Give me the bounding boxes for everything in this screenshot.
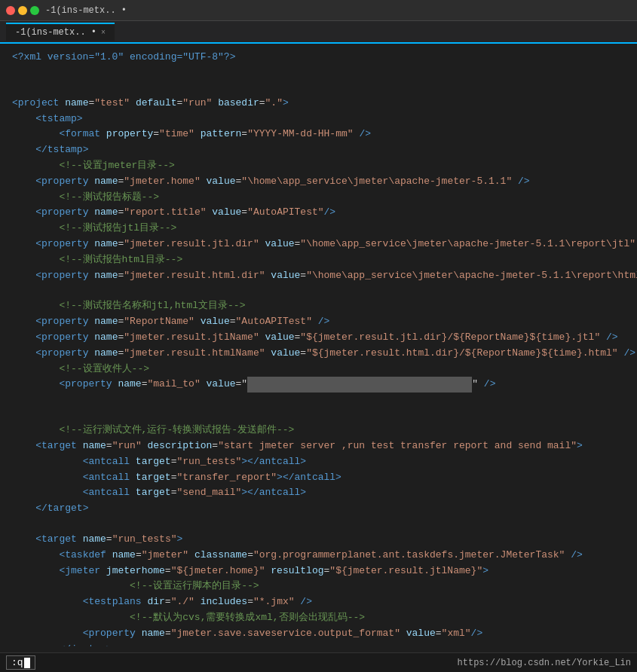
line-antcall-transfer: <antcall target="transfer_report"></antc… <box>12 470 625 486</box>
line-comment-run: <!--运行测试文件,运行-转换测试报告-发送邮件--> <box>12 423 625 438</box>
tab-item[interactable]: -1(ins-metx.. • × <box>6 23 115 41</box>
line-html-dir: <property name="jmeter.result.html.dir" … <box>12 268 625 284</box>
line-report-name: <property name="ReportName" value="AutoA… <box>12 314 625 330</box>
title-bar-controls <box>6 6 39 15</box>
tab-bar: -1(ins-metx.. • × <box>0 21 637 44</box>
line-html-name: <property name="jmeter.result.htmlName" … <box>12 346 625 362</box>
line-format: <format property="time" pattern="YYYY-MM… <box>12 127 625 142</box>
line-comment-mailto: <!--设置收件人--> <box>12 362 625 377</box>
line-project: <project name="test" default="run" based… <box>12 96 625 111</box>
line-comment-cvs: <!--默认为cvs,需要转换成xml,否则会出现乱码--> <box>12 610 625 626</box>
vi-cursor <box>24 658 30 668</box>
line-antcall-run: <antcall target="run_tests"></antcall> <box>12 454 625 470</box>
code-area[interactable]: <?xml version="1.0" encoding="UTF-8"?> <… <box>0 44 637 646</box>
status-url: https://blog.csdn.net/Yorkie_Lin <box>458 658 631 668</box>
line-target-run-tests: <target name="run_tests"> <box>12 532 625 548</box>
line-tstamp: <tstamp> <box>12 111 625 127</box>
line-comment-title: <!--测试报告标题--> <box>12 190 625 206</box>
line-comment-script: <!--设置运行脚本的目录--> <box>12 579 625 594</box>
line-comment-jmeter: <!--设置jmeter目录--> <box>12 158 625 174</box>
line-output-format: <property name="jmeter.save.saveservice.… <box>12 626 625 642</box>
line-target-run: <target name="run" description="start jm… <box>12 438 625 454</box>
line-taskdef: <taskdef name="jmeter" classname="org.pr… <box>12 548 625 564</box>
line-jmeter-tag: <jmeter jmeterhome="${jmeter.home}" resu… <box>12 564 625 579</box>
vi-cmd-box[interactable]: :q <box>6 655 35 670</box>
bottom-bar: :q https://blog.csdn.net/Yorkie_Lin <box>0 652 637 672</box>
line-mailto: <property name="mail_to" value=" " /> <box>12 377 625 393</box>
close-btn[interactable] <box>6 6 15 15</box>
tab-close-icon[interactable]: × <box>101 29 106 37</box>
max-btn[interactable] <box>30 6 39 15</box>
line-comment-html: <!--测试报告html目录--> <box>12 252 625 268</box>
vi-command-area: :q <box>6 655 35 670</box>
title-bar: -1(ins-metx.. • <box>0 0 637 21</box>
tab-label: -1(ins-metx.. • <box>15 27 96 38</box>
vi-cmd-text: :q <box>11 657 23 668</box>
line-target-close: </target> <box>12 501 625 517</box>
line-jmeter-home: <property name="jmeter.home" value="\hom… <box>12 174 625 190</box>
line-testplans: <testplans dir="./" includes="*.jmx" /> <box>12 594 625 610</box>
line-report-title: <property name="report.title" value="Aut… <box>12 205 625 221</box>
line-comment-jtl: <!--测试报告jtl目录--> <box>12 221 625 237</box>
line-tstamp-close: </tstamp> <box>12 142 625 158</box>
line-xml-decl: <?xml version="1.0" encoding="UTF-8"?> <box>12 50 625 66</box>
title-text: -1(ins-metx.. • <box>45 5 127 16</box>
line-antcall-mail: <antcall target="send_mail"></antcall> <box>12 485 625 501</box>
line-jtl-name: <property name="jmeter.result.jtlName" v… <box>12 330 625 346</box>
line-comment-report-name: <!--测试报告名称和jtl,html文目录--> <box>12 298 625 314</box>
min-btn[interactable] <box>18 6 27 15</box>
line-jtl-dir: <property name="jmeter.result.jtl.dir" v… <box>12 237 625 252</box>
line-jmeter-close: </jmeter> <box>12 642 625 647</box>
